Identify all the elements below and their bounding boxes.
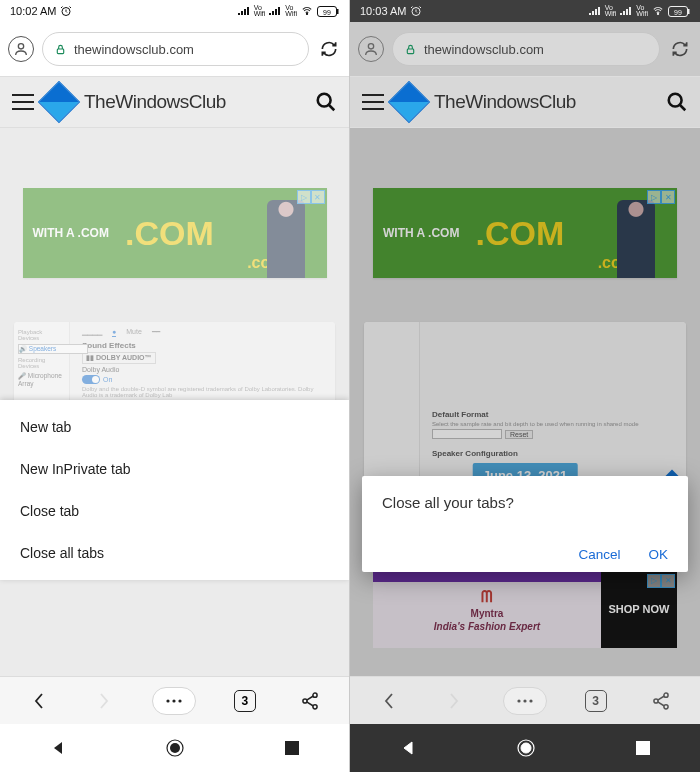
- modal-overlay[interactable]: [350, 128, 700, 676]
- adchoices-icon[interactable]: ▷✕: [297, 190, 325, 204]
- svg-rect-17: [285, 741, 299, 755]
- browser-bottom-bar: 3: [350, 676, 700, 724]
- share-button[interactable]: [293, 684, 327, 718]
- hamburger-icon[interactable]: [12, 94, 34, 110]
- menu-new-inprivate-tab[interactable]: New InPrivate tab: [0, 448, 349, 490]
- svg-point-33: [521, 743, 531, 753]
- svg-text:99: 99: [674, 8, 682, 15]
- status-bar: 10:03 AM VoWifi VoWifi 99: [350, 0, 700, 22]
- vowifi-icon-2: VoWifi: [285, 5, 297, 16]
- browser-url-bar: thewindowsclub.com: [0, 22, 349, 76]
- nav-home-icon[interactable]: [166, 739, 184, 757]
- refresh-button[interactable]: [668, 37, 692, 61]
- nav-back-icon[interactable]: [400, 740, 416, 756]
- profile-button[interactable]: [8, 36, 34, 62]
- signal-icon: [588, 6, 602, 16]
- nav-recent-icon[interactable]: [285, 741, 299, 755]
- menu-close-all-tabs[interactable]: Close all tabs: [0, 532, 349, 574]
- site-header: TheWindowsClub: [350, 76, 700, 128]
- signal-icon: [237, 6, 251, 16]
- nav-recent-icon[interactable]: [636, 741, 650, 755]
- status-bar: 10:02 AM VoWifi VoWifi 99: [0, 0, 349, 22]
- profile-button[interactable]: [358, 36, 384, 62]
- battery-icon: 99: [317, 6, 339, 17]
- android-nav-bar: [0, 724, 349, 772]
- vowifi-icon-1: VoWifi: [605, 5, 617, 16]
- svg-point-27: [523, 699, 526, 702]
- dialog-cancel-button[interactable]: Cancel: [578, 547, 620, 562]
- wifi-icon: [651, 6, 665, 16]
- close-tabs-dialog: Close all your tabs? Cancel OK: [362, 476, 688, 572]
- alarm-icon: [60, 5, 72, 17]
- wifi-icon: [300, 6, 314, 16]
- site-logo-icon[interactable]: [388, 81, 430, 123]
- toggle-icon: [82, 375, 100, 384]
- url-field[interactable]: thewindowsclub.com: [42, 32, 309, 66]
- signal-icon-2: [268, 6, 282, 16]
- alarm-icon: [410, 5, 422, 17]
- svg-point-28: [529, 699, 532, 702]
- browser-bottom-bar: 3: [0, 676, 349, 724]
- svg-rect-7: [57, 49, 63, 54]
- url-field[interactable]: thewindowsclub.com: [392, 32, 660, 66]
- hamburger-icon[interactable]: [362, 94, 384, 110]
- url-text: thewindowsclub.com: [74, 42, 194, 57]
- svg-rect-34: [636, 741, 650, 755]
- svg-point-10: [173, 699, 176, 702]
- svg-point-11: [179, 699, 182, 702]
- back-button[interactable]: [372, 684, 406, 718]
- dialog-ok-button[interactable]: OK: [648, 547, 668, 562]
- svg-point-23: [368, 44, 373, 49]
- nav-home-icon[interactable]: [517, 739, 535, 757]
- svg-point-1: [306, 13, 307, 14]
- svg-point-25: [669, 94, 682, 107]
- page-content: WITH A .COM .COM .com ▷✕ Default Format …: [350, 128, 700, 676]
- screenshot-left: 10:02 AM VoWifi VoWifi 99 thewindowsclub…: [0, 0, 350, 772]
- refresh-button[interactable]: [317, 37, 341, 61]
- menu-button[interactable]: [152, 687, 196, 715]
- status-time: 10:02 AM: [10, 5, 56, 17]
- svg-point-8: [318, 94, 331, 107]
- svg-rect-21: [688, 9, 690, 14]
- share-button[interactable]: [644, 684, 678, 718]
- search-icon[interactable]: [666, 91, 688, 113]
- battery-icon: 99: [668, 6, 690, 17]
- site-logo-icon[interactable]: [38, 81, 80, 123]
- android-nav-bar: [350, 724, 700, 772]
- browser-url-bar: thewindowsclub.com: [350, 22, 700, 76]
- nav-back-icon[interactable]: [50, 740, 66, 756]
- site-name[interactable]: TheWindowsClub: [84, 91, 226, 113]
- page-content: TheWindowsClub WITH A .COM .COM .com ▷✕ …: [0, 128, 349, 676]
- url-text: thewindowsclub.com: [424, 42, 544, 57]
- menu-button[interactable]: [503, 687, 547, 715]
- forward-button: [87, 684, 121, 718]
- status-time: 10:03 AM: [360, 5, 406, 17]
- ad-banner-top[interactable]: WITH A .COM .COM .com ▷✕: [23, 188, 327, 278]
- svg-rect-24: [407, 49, 413, 54]
- svg-rect-3: [337, 9, 339, 14]
- vowifi-icon-2: VoWifi: [636, 5, 648, 16]
- dialog-title: Close all your tabs?: [382, 494, 668, 511]
- svg-point-19: [657, 13, 658, 14]
- tab-context-menu: New tab New InPrivate tab Close tab Clos…: [0, 400, 349, 580]
- back-button[interactable]: [22, 684, 56, 718]
- svg-point-6: [18, 44, 23, 49]
- lock-icon: [405, 44, 416, 55]
- tabs-button[interactable]: 3: [579, 684, 613, 718]
- svg-text:99: 99: [323, 8, 331, 15]
- menu-new-tab[interactable]: New tab: [0, 406, 349, 448]
- signal-icon-2: [619, 6, 633, 16]
- svg-point-9: [167, 699, 170, 702]
- svg-point-26: [517, 699, 520, 702]
- vowifi-icon-1: VoWifi: [254, 5, 266, 16]
- menu-close-tab[interactable]: Close tab: [0, 490, 349, 532]
- ad-person-graphic: [267, 200, 305, 278]
- lock-icon: [55, 44, 66, 55]
- screenshot-right: 10:03 AM VoWifi VoWifi 99 thewindowsclub…: [350, 0, 700, 772]
- svg-point-16: [170, 743, 180, 753]
- site-name[interactable]: TheWindowsClub: [434, 91, 576, 113]
- site-header: TheWindowsClub: [0, 76, 349, 128]
- forward-button: [437, 684, 471, 718]
- search-icon[interactable]: [315, 91, 337, 113]
- tabs-button[interactable]: 3: [228, 684, 262, 718]
